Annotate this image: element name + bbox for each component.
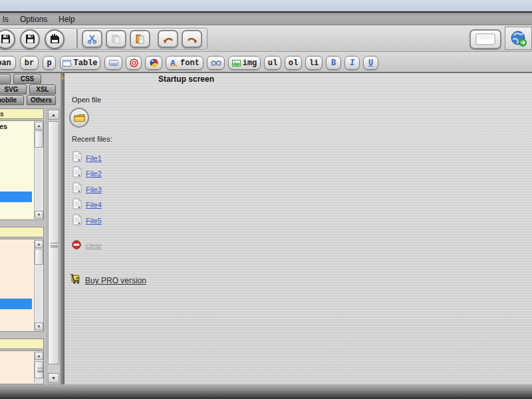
tab-others[interactable]: Others (27, 95, 56, 105)
font-icon: A (170, 59, 178, 67)
tab-mobile[interactable]: mobile (0, 95, 24, 105)
main-toolbar (0, 25, 532, 52)
menu-tools[interactable]: ls (0, 14, 11, 25)
redo-icon (187, 35, 198, 44)
tagbar-button-underline[interactable]: U (363, 56, 378, 70)
floppy-chart-icon (49, 33, 61, 45)
sidebar-section3-header (0, 338, 44, 349)
tab-css[interactable]: CSS (13, 74, 41, 84)
glasses-icon (211, 59, 221, 66)
scrollbar-thumb[interactable] (35, 249, 43, 265)
sidebar-scrollbar[interactable]: ▲ ▼ (47, 108, 61, 384)
tagbar-button-br[interactable]: br (20, 56, 39, 70)
tagbar-button-li[interactable]: li (305, 56, 323, 70)
scroll-up-icon[interactable]: ▲ (35, 122, 43, 130)
clear-stop-icon (72, 240, 81, 249)
file-icon (72, 198, 82, 210)
screen-icon (475, 33, 495, 45)
tagbar-button-table[interactable]: Table (60, 56, 100, 70)
save-all-button[interactable] (45, 29, 65, 49)
tagbar-button-italic[interactable]: I (344, 56, 360, 70)
scroll-up-icon[interactable]: ▲ (35, 240, 43, 248)
selected-list-item[interactable] (0, 192, 32, 202)
tab-cut[interactable] (0, 74, 11, 84)
table-icon (63, 60, 71, 66)
scissors-icon (87, 34, 97, 44)
copy-button[interactable] (106, 30, 126, 48)
menu-options[interactable]: Options (17, 14, 50, 25)
cut-button[interactable] (82, 30, 102, 48)
recent-file-link[interactable]: File4 (86, 201, 102, 209)
edit-toolbar-group (77, 28, 207, 50)
tagbar-button-font[interactable]: A font (166, 56, 203, 70)
sidebar-section3-list[interactable]: ▲ (0, 350, 44, 384)
list-item[interactable]: es (0, 122, 7, 130)
recent-file-link[interactable]: File2 (86, 170, 102, 178)
scroll-down-icon[interactable]: ▼ (35, 323, 43, 331)
recent-file-link[interactable]: File3 (86, 186, 102, 194)
list2-scrollbar[interactable]: ▲ ▼ (34, 240, 43, 331)
floppy-icon (0, 33, 11, 45)
preview-button[interactable] (469, 29, 501, 49)
buy-pro-link[interactable]: Buy PRO version (85, 276, 146, 285)
undo-button[interactable] (158, 30, 178, 48)
sidebar-section2-header (0, 227, 44, 237)
tagbar-button-color[interactable] (145, 56, 162, 70)
scrollbar-thumb[interactable] (48, 121, 59, 364)
globe-icon (510, 30, 527, 47)
sidebar-section1-header: s (0, 108, 44, 119)
tagbar-button-anchor[interactable] (126, 56, 142, 70)
tagbar-button-ul[interactable]: ul (264, 56, 281, 70)
tagbar-button-p[interactable]: p (43, 56, 56, 70)
box-icon (109, 60, 118, 66)
desktop-background (0, 0, 532, 11)
recent-file-link[interactable]: File5 (86, 217, 102, 225)
tagbar-button-bold[interactable]: B (326, 56, 341, 70)
paste-button[interactable] (130, 30, 150, 48)
tagbar-button-span[interactable]: pan (0, 56, 16, 70)
scroll-up-icon[interactable]: ▲ (48, 110, 59, 120)
tab-xsl[interactable]: XSL (29, 84, 56, 94)
scrollbar-thumb[interactable] (35, 361, 43, 378)
list1-scrollbar[interactable]: ▲ ▼ (34, 122, 43, 219)
sidebar-section2-list[interactable]: ▲ ▼ (0, 239, 44, 332)
file-icon (72, 151, 82, 163)
scroll-down-icon[interactable]: ▼ (48, 373, 59, 383)
window-bottom-frame (0, 384, 532, 399)
thumb-grip (51, 243, 58, 247)
tagbar-button-div[interactable] (104, 56, 122, 70)
selected-list-item[interactable] (0, 299, 32, 309)
cart-icon (69, 273, 81, 285)
tagbar-button-img[interactable]: img (228, 56, 261, 70)
clear-recent-files-link[interactable]: clear (86, 241, 102, 249)
tag-toolbar: pan br p Table A font img ul ol li B I U (0, 52, 532, 73)
save-as-button[interactable] (20, 29, 40, 49)
thumb-grip (37, 368, 44, 372)
tagbar-button-special-chars[interactable] (207, 56, 225, 70)
open-file-button[interactable] (69, 108, 89, 128)
tagbar-button-ol[interactable]: ol (285, 56, 302, 70)
list3-scrollbar[interactable]: ▲ (34, 352, 43, 383)
save-button[interactable] (0, 29, 15, 49)
browser-preview-button[interactable] (505, 27, 532, 50)
floppy-icon (25, 33, 36, 45)
file-icon (72, 214, 82, 226)
scroll-up-icon[interactable]: ▲ (35, 352, 43, 360)
startup-screen-panel (65, 73, 532, 384)
menu-help[interactable]: Help (56, 14, 78, 25)
tab-svg[interactable]: SVG (0, 84, 27, 94)
redo-button[interactable] (182, 30, 202, 48)
scrollbar-thumb[interactable] (35, 130, 43, 148)
file-icon (72, 166, 82, 178)
copy-pages-icon (111, 34, 121, 44)
folder-icon (74, 114, 85, 122)
scroll-down-icon[interactable]: ▼ (35, 211, 43, 219)
recent-files-label: Recent files: (72, 135, 112, 143)
color-sphere-icon (150, 59, 158, 67)
recent-file-link[interactable]: File1 (86, 154, 102, 162)
open-file-label: Open file (72, 96, 101, 104)
file-icon (72, 182, 82, 194)
sidebar-section1-list[interactable]: es ▲ ▼ (0, 120, 44, 220)
menu-bar: ls Options Help (0, 11, 532, 25)
clipboard-icon (135, 34, 145, 44)
